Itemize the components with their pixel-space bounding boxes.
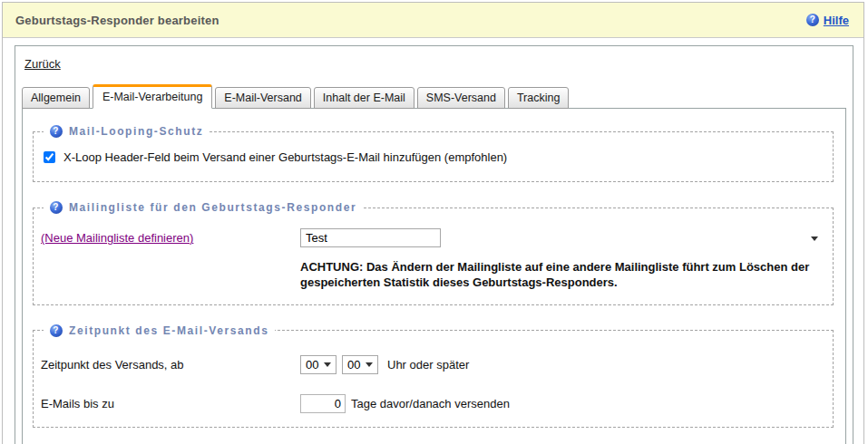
new-mailinglist-link[interactable]: (Neue Mailingliste definieren) [41, 231, 300, 245]
xloop-checkbox-row: X-Loop Header-Feld beim Versand einer Ge… [44, 150, 824, 164]
tab-inhalt-der-email[interactable]: Inhalt der E-Mail [314, 87, 414, 109]
help-area: ? Hilfe [806, 14, 849, 27]
legend-label: Zeitpunkt des E-Mail-Versands [69, 324, 268, 337]
days-input[interactable] [300, 394, 346, 413]
tab-bar: Allgemein E-Mail-Verarbeitung E-Mail-Ver… [22, 84, 846, 109]
send-time-suffix: Uhr oder später [387, 358, 469, 372]
days-suffix: Tage davor/danach versenden [351, 397, 510, 410]
section-zeitpunkt: ? Zeitpunkt des E-Mail-Versands Zeitpunk… [33, 324, 834, 428]
tab-sms-versand[interactable]: SMS-Versand [417, 87, 505, 109]
days-controls: Tage davor/danach versenden [300, 394, 824, 413]
days-label: E-Mails bis zu [41, 397, 300, 410]
tab-tracking[interactable]: Tracking [508, 87, 569, 109]
page-title: Geburtstags-Responder bearbeiten [15, 14, 219, 27]
tab-email-verarbeitung[interactable]: E-Mail-Verarbeitung [93, 84, 212, 109]
title-bar: Geburtstags-Responder bearbeiten ? Hilfe [3, 3, 863, 38]
mailinglist-warning: ACHTUNG: Das Ändern der Mailingliste auf… [300, 260, 813, 291]
send-time-row: Zeitpunkt des Versands, ab 00 00 [41, 355, 824, 374]
send-time-label: Zeitpunkt des Versands, ab [41, 358, 300, 372]
content-box: Zurück Allgemein E-Mail-Verarbeitung E-M… [15, 45, 853, 444]
section-zeitpunkt-legend: ? Zeitpunkt des E-Mail-Versands [44, 324, 275, 337]
minute-select[interactable]: 00 [342, 355, 378, 374]
tab-allgemein[interactable]: Allgemein [22, 87, 90, 109]
help-icon[interactable]: ? [50, 201, 63, 214]
mailinglist-select[interactable]: Test [300, 228, 441, 247]
section-mailingliste-legend: ? Mailingliste für den Geburtstags-Respo… [44, 201, 363, 214]
hour-select[interactable]: 00 [300, 355, 336, 374]
minute-select-wrap: 00 [342, 355, 378, 374]
help-link[interactable]: Hilfe [824, 14, 849, 27]
legend-label: Mailingliste für den Geburtstags-Respond… [69, 201, 356, 214]
section-mailingliste: ? Mailingliste für den Geburtstags-Respo… [33, 201, 834, 305]
page-container: Geburtstags-Responder bearbeiten ? Hilfe… [2, 2, 864, 444]
mailingliste-row: (Neue Mailingliste definieren) Test ACHT… [41, 228, 824, 291]
section-mail-looping: ? Mail-Looping-Schutz X-Loop Header-Feld… [33, 125, 834, 182]
xloop-checkbox-label: X-Loop Header-Feld beim Versand einer Ge… [63, 150, 507, 164]
tab-panel: ? Mail-Looping-Schutz X-Loop Header-Feld… [22, 108, 846, 444]
back-link[interactable]: Zurück [24, 57, 61, 71]
tab-email-versand[interactable]: E-Mail-Versand [215, 87, 310, 109]
help-icon[interactable]: ? [806, 14, 819, 26]
days-row: E-Mails bis zu Tage davor/danach versend… [41, 394, 824, 413]
help-icon[interactable]: ? [50, 324, 63, 337]
send-time-controls: 00 00 Uhr oder später [300, 355, 824, 374]
help-icon[interactable]: ? [50, 125, 63, 138]
legend-label: Mail-Looping-Schutz [69, 125, 203, 138]
mailinglist-select-wrap: Test [300, 228, 824, 247]
hour-select-wrap: 00 [300, 355, 336, 374]
section-mail-looping-legend: ? Mail-Looping-Schutz [44, 125, 210, 138]
xloop-checkbox[interactable] [44, 151, 55, 163]
